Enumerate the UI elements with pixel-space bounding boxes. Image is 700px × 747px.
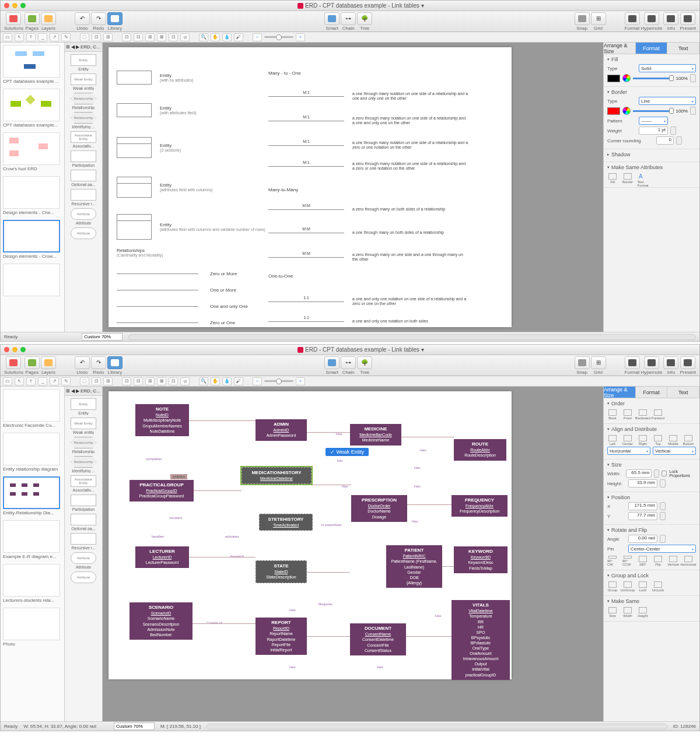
shape-item[interactable]: EntityEntity (66, 54, 101, 71)
tool-button[interactable]: ⧄ (180, 33, 190, 41)
tool-button[interactable]: ↖ (15, 33, 24, 41)
window-controls[interactable] (4, 347, 26, 352)
tool-button[interactable]: ⊡ (169, 33, 178, 41)
group-lock[interactable]: Lock (638, 581, 648, 592)
tool-button[interactable]: ✎ (61, 377, 71, 385)
format-button[interactable] (625, 356, 640, 369)
stepper[interactable] (660, 479, 666, 488)
solutions-button[interactable] (6, 12, 21, 25)
tool-button[interactable]: ⊡ (92, 33, 101, 41)
border-color[interactable] (607, 107, 620, 115)
tab-arrange[interactable]: Arrange & Size (604, 387, 636, 398)
solutions-button[interactable] (6, 356, 21, 369)
gallery-item[interactable]: Design elements - Che... (3, 176, 62, 215)
width-input[interactable]: 65.5 mm (626, 469, 652, 478)
zoom-slider[interactable] (264, 36, 293, 38)
tool-button[interactable]: 💧 (222, 33, 232, 41)
section-order[interactable]: Order (607, 401, 696, 406)
tab-text[interactable]: Text (667, 387, 699, 398)
shape-item[interactable]: Associative EntityAssociativ... (66, 475, 101, 492)
distribute-h[interactable]: Horizontal (607, 447, 650, 455)
y-input[interactable]: 77.7 mm (628, 512, 657, 520)
tool-button[interactable]: ⬚ (80, 377, 89, 385)
weak-entity-tag[interactable]: Weak Entity (326, 448, 369, 456)
same-size[interactable]: Size (607, 607, 618, 618)
color-picker-icon[interactable] (622, 74, 631, 82)
layers-button[interactable] (41, 356, 56, 369)
shape-item[interactable]: Weak EntityWeak entity (66, 418, 101, 434)
section-border[interactable]: Border (607, 89, 696, 95)
redo-button[interactable]: ↷ (91, 356, 106, 369)
stepper[interactable] (690, 74, 696, 82)
entity-medicine[interactable]: MEDICINEMedicineBarCodeMedicineName (350, 424, 401, 446)
weight-input[interactable]: 1 pt (639, 127, 668, 135)
pin-select[interactable]: Center-Center (628, 545, 696, 553)
close-icon[interactable] (4, 347, 9, 352)
shape-item[interactable]: Optional pa... (66, 170, 101, 187)
close-icon[interactable] (4, 3, 9, 8)
order-back[interactable]: Back (607, 409, 618, 420)
window-controls[interactable] (4, 3, 26, 8)
opacity-slider[interactable] (633, 78, 674, 79)
entity-practical[interactable]: PRACTICALGROUPPracticalGroupIDPracticalG… (130, 480, 194, 501)
info-button[interactable] (663, 12, 678, 25)
corner-input[interactable]: 0 (656, 136, 674, 145)
align-center[interactable]: Center (622, 435, 633, 446)
shape-item[interactable]: Weak EntityWeak entity (66, 73, 101, 90)
section-position[interactable]: Position (607, 495, 696, 500)
tool-button[interactable]: ⊟ (134, 33, 143, 41)
grid-button[interactable]: ⊞ (591, 12, 606, 25)
align-right[interactable]: Right (638, 435, 648, 446)
zoom-out-button[interactable]: − (253, 377, 262, 385)
tool-button[interactable]: ✋ (211, 33, 220, 41)
angle-input[interactable]: 0.00 rad (628, 535, 657, 543)
make-same-border[interactable]: Border (622, 173, 633, 184)
pages-button[interactable] (24, 12, 40, 25)
rotate-90-cw[interactable]: 90° CW (607, 556, 618, 566)
entity-route[interactable]: ROUTERouteAbbrRouteDescription (454, 439, 506, 461)
scrollbar[interactable] (206, 724, 667, 730)
tool-button[interactable]: ▭ (3, 377, 12, 385)
zoom-select[interactable] (82, 333, 123, 341)
stepper[interactable] (654, 469, 659, 478)
tool-button[interactable]: 💧 (222, 377, 232, 385)
shape-item[interactable]: EntityEntity (66, 398, 101, 415)
shape-item[interactable]: Participation (66, 150, 101, 167)
tool-button[interactable]: T (26, 377, 36, 385)
library-button[interactable] (107, 356, 123, 369)
same-width[interactable]: Width (622, 607, 633, 618)
tool-button[interactable]: ⊞ (145, 377, 155, 385)
rotate-90-ccw[interactable]: 90° CCW (622, 556, 633, 566)
distribute-v[interactable]: Vertical (653, 447, 696, 455)
tool-button[interactable]: ↖ (15, 377, 24, 385)
page[interactable]: Entity(with no attributes)Entity(with at… (108, 47, 512, 327)
shape-item[interactable]: RelationshipRelationship (66, 437, 101, 454)
tool-button[interactable]: ↗ (50, 33, 59, 41)
info-button[interactable] (663, 356, 678, 369)
make-same-text[interactable]: AText Format (638, 173, 648, 184)
tool-button[interactable]: 🔍 (199, 377, 208, 385)
order-front[interactable]: Front (622, 409, 633, 420)
shape-item[interactable]: RelationshipIdentifying ... (66, 112, 101, 129)
entity-lecturer[interactable]: LECTURERLecturerIDLecturerPassword (135, 546, 189, 568)
pages-button[interactable] (24, 356, 40, 369)
tool-button[interactable]: ⊡ (169, 377, 178, 385)
scrollbar[interactable] (128, 334, 696, 340)
border-type-select[interactable]: Line (639, 97, 696, 105)
shape-item[interactable]: Participation (66, 495, 101, 511)
gallery-panel[interactable]: CPT databases example ... CPT databases … (1, 43, 65, 332)
gallery-item[interactable]: CPT databases example... (3, 89, 62, 128)
shape-nav[interactable]: ⊞◀▶ERD, C... (65, 387, 102, 396)
rotate-vertical[interactable]: Vertical (668, 556, 678, 566)
entity-medhistory[interactable]: MEDICATIONHISTORYMedicineDatetime (242, 467, 312, 484)
entity-keyword[interactable]: KEYWORDKeywordIDKeywordDescFieldsToMap (454, 546, 508, 573)
snap-button[interactable] (575, 12, 590, 25)
tool-button[interactable]: ⊡ (122, 377, 131, 385)
rotate-horizontal[interactable]: Horizontal (683, 556, 694, 566)
section-size[interactable]: Size (607, 462, 696, 468)
zoom-in-button[interactable]: + (296, 33, 305, 41)
shape-item[interactable]: Attribute (66, 571, 101, 584)
shape-item[interactable]: RelationshipIdentifying ... (66, 456, 101, 473)
tool-button[interactable]: ⬚ (80, 33, 89, 41)
opacity-slider[interactable] (633, 110, 674, 112)
